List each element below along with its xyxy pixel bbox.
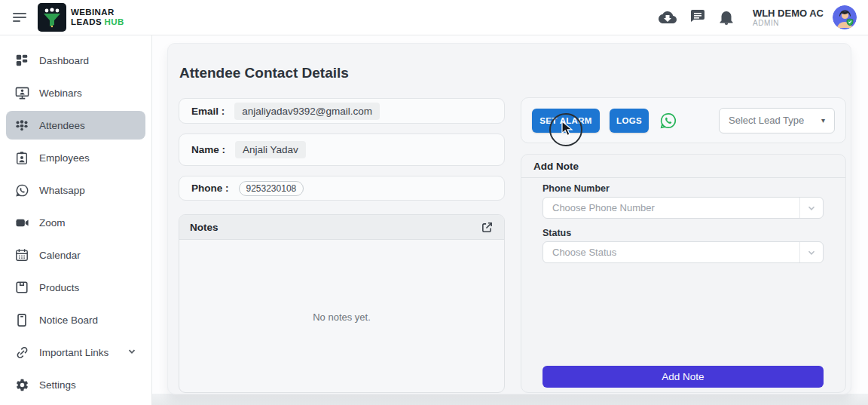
attendee-actions-bar: SET ALARM LOGS Select Lead Type ▾: [521, 97, 846, 143]
hamburger-menu-icon[interactable]: [13, 11, 28, 24]
set-alarm-button[interactable]: SET ALARM: [532, 109, 600, 133]
sidebar-item-label: Webinars: [39, 87, 82, 99]
sidebar-item-whatsapp[interactable]: Whatsapp: [6, 176, 145, 204]
open-notes-external-icon[interactable]: [481, 221, 494, 234]
sidebar-item-label: Calendar: [39, 250, 81, 261]
funnel-people-logo-icon: [41, 6, 63, 29]
add-note-submit-button[interactable]: Add Note: [542, 366, 824, 388]
logs-button[interactable]: LOGS: [610, 109, 649, 133]
cloud-download-icon[interactable]: [659, 8, 677, 26]
status-placeholder: Choose Status: [552, 247, 616, 258]
phone-value: 9253230108: [239, 181, 304, 196]
user-role: ADMIN: [753, 19, 824, 27]
notes-title: Notes: [190, 222, 219, 233]
brand-line2: LEADS HUB: [71, 17, 124, 27]
name-row: Name : Anjali Yadav: [179, 133, 505, 166]
phone-number-field-label: Phone Number: [542, 183, 610, 194]
notes-panel: Notes No notes yet.: [179, 214, 505, 393]
brand-line1: WEBINAR: [71, 8, 124, 17]
app-logo[interactable]: [38, 3, 66, 32]
sidebar-nav: Dashboard Webinars Attendees Employees W…: [0, 35, 152, 405]
sidebar-item-notice-board[interactable]: Notice Board: [6, 305, 145, 334]
notes-body: No notes yet.: [179, 240, 504, 393]
brand-text: WEBINAR LEADS HUB: [71, 8, 124, 27]
sidebar-item-label: Important Links: [39, 347, 108, 358]
sidebar-item-label: Zoom: [39, 217, 66, 229]
page-title: Attendee Contact Details: [179, 65, 349, 81]
notifications-bell-icon[interactable]: [717, 8, 735, 26]
sidebar-item-label: Notice Board: [39, 314, 98, 326]
sidebar-item-label: Products: [39, 282, 79, 293]
sidebar-item-label: Dashboard: [39, 55, 89, 66]
notes-header: Notes: [179, 215, 504, 240]
phone-number-placeholder: Choose Phone Number: [552, 202, 655, 213]
email-label: Email :: [191, 106, 225, 117]
phone-number-select[interactable]: Choose Phone Number: [542, 197, 824, 219]
bottom-shadow-band: [152, 394, 868, 405]
calendar-icon: [14, 247, 29, 262]
sidebar-item-employees[interactable]: Employees: [6, 143, 145, 172]
sidebar-item-important-links[interactable]: Important Links: [6, 338, 145, 367]
add-note-header: Add Note: [521, 155, 845, 178]
attendees-icon: [14, 118, 29, 133]
user-name: WLH DEMO AC: [753, 8, 824, 19]
employees-icon: [14, 150, 29, 165]
sidebar-item-settings[interactable]: Settings: [6, 370, 145, 399]
lead-type-select[interactable]: Select Lead Type ▾: [719, 108, 835, 133]
sidebar-item-products[interactable]: Products: [6, 273, 145, 302]
whatsapp-icon: [14, 183, 29, 198]
name-label: Name :: [191, 144, 225, 155]
email-value: anjaliyadav9392@gmail.com: [234, 103, 380, 120]
webinars-icon: [14, 85, 29, 100]
sidebar-item-webinars[interactable]: Webinars: [6, 78, 145, 107]
email-row: Email : anjaliyadav9392@gmail.com: [179, 98, 505, 124]
sidebar-item-label: Settings: [39, 379, 76, 391]
notes-empty-text: No notes yet.: [313, 311, 371, 323]
whatsapp-action-icon[interactable]: [659, 112, 677, 130]
sidebar-item-zoom[interactable]: Zoom: [6, 208, 145, 237]
top-header: WEBINAR LEADS HUB WLH DEMO AC ADMIN: [0, 0, 868, 35]
gear-icon: [14, 377, 29, 392]
name-value: Anjali Yadav: [235, 141, 306, 158]
user-info[interactable]: WLH DEMO AC ADMIN: [753, 8, 824, 27]
sidebar-item-label: Employees: [39, 152, 90, 164]
sidebar-item-dashboard[interactable]: Dashboard: [6, 46, 145, 75]
notice-board-icon: [14, 312, 29, 327]
caret-down-icon: ▾: [821, 116, 825, 124]
status-select[interactable]: Choose Status: [542, 241, 824, 263]
chevron-down-icon: [799, 242, 823, 262]
zoom-video-icon: [14, 215, 29, 230]
link-icon: [14, 345, 29, 360]
sidebar-item-label: Whatsapp: [39, 185, 85, 196]
sidebar-item-calendar[interactable]: Calendar: [6, 241, 145, 269]
products-icon: [14, 280, 29, 295]
phone-label: Phone :: [191, 183, 229, 194]
add-note-title: Add Note: [533, 161, 579, 172]
dashboard-icon: [14, 53, 29, 68]
phone-row: Phone : 9253230108: [179, 176, 505, 201]
chevron-down-icon: [127, 345, 136, 359]
sidebar-item-attendees[interactable]: Attendees: [6, 111, 145, 140]
sidebar-item-label: Attendees: [39, 120, 85, 131]
add-note-panel: Add Note Phone Number Choose Phone Numbe…: [521, 154, 846, 393]
lead-type-placeholder: Select Lead Type: [729, 115, 804, 126]
avatar[interactable]: [833, 5, 857, 29]
status-field-label: Status: [542, 228, 571, 238]
chat-icon[interactable]: [688, 8, 706, 26]
attendee-details-card: Attendee Contact Details Email : anjaliy…: [167, 43, 851, 394]
chevron-down-icon: [799, 198, 823, 218]
